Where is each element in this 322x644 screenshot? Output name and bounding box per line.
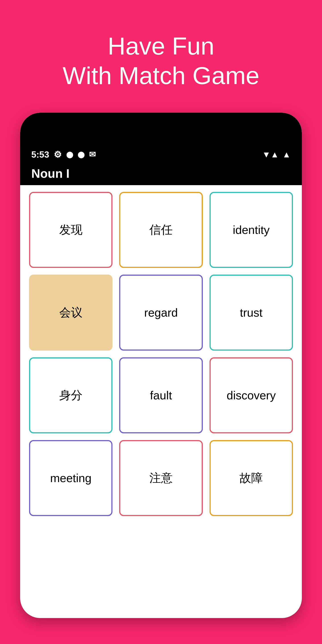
card-8-text: fault	[150, 389, 172, 402]
app-title: Noun I	[31, 166, 70, 181]
card-12-text: 故障	[240, 470, 263, 486]
wifi-icon: ▼▲	[262, 150, 279, 160]
phone-notch	[118, 113, 204, 137]
gear-icon: ⚙	[54, 149, 62, 160]
card-5[interactable]: regard	[119, 274, 202, 350]
card-11[interactable]: 注意	[119, 440, 202, 516]
header-line1: Have Fun	[62, 31, 260, 61]
card-3-text: identity	[233, 223, 270, 236]
card-4[interactable]: 会议	[29, 274, 112, 350]
card-5-text: regard	[144, 306, 178, 319]
card-2-text: 信任	[149, 222, 173, 238]
card-10[interactable]: meeting	[29, 440, 112, 516]
card-7[interactable]: 身分	[29, 357, 112, 433]
status-left: 5:53 ⚙ ⬤ ⬤ ✉	[31, 149, 96, 160]
card-12[interactable]: 故障	[210, 440, 293, 516]
app-bar: Noun I	[20, 162, 302, 185]
card-10-text: meeting	[50, 471, 92, 485]
phone-frame: 5:53 ⚙ ⬤ ⬤ ✉ ▼▲ ▲ Noun I 发现 信任 identity	[20, 113, 302, 618]
card-2[interactable]: 信任	[119, 192, 202, 268]
card-1-text: 发现	[59, 222, 82, 238]
circle-icon1: ⬤	[66, 151, 73, 158]
status-bar: 5:53 ⚙ ⬤ ⬤ ✉ ▼▲ ▲	[20, 145, 302, 162]
card-11-text: 注意	[149, 470, 173, 486]
card-6-text: trust	[240, 306, 262, 319]
card-grid: 发现 信任 identity 会议 regard trust 身分 fault …	[20, 185, 302, 523]
signal-icon: ▲	[282, 150, 291, 160]
phone-notch-area: 5:53 ⚙ ⬤ ⬤ ✉ ▼▲ ▲	[20, 113, 302, 162]
card-4-text: 会议	[59, 305, 82, 320]
card-3[interactable]: identity	[210, 192, 293, 268]
email-icon: ✉	[89, 150, 96, 159]
card-9-text: discovery	[227, 389, 276, 402]
card-9[interactable]: discovery	[210, 357, 293, 433]
header-line2: With Match Game	[62, 61, 260, 90]
card-8[interactable]: fault	[119, 357, 202, 433]
card-7-text: 身分	[59, 388, 82, 403]
card-6[interactable]: trust	[210, 274, 293, 350]
header-section: Have Fun With Match Game	[62, 31, 260, 90]
card-1[interactable]: 发现	[29, 192, 112, 268]
circle-icon2: ⬤	[78, 151, 84, 158]
time-display: 5:53	[31, 150, 49, 160]
status-right: ▼▲ ▲	[262, 150, 291, 160]
